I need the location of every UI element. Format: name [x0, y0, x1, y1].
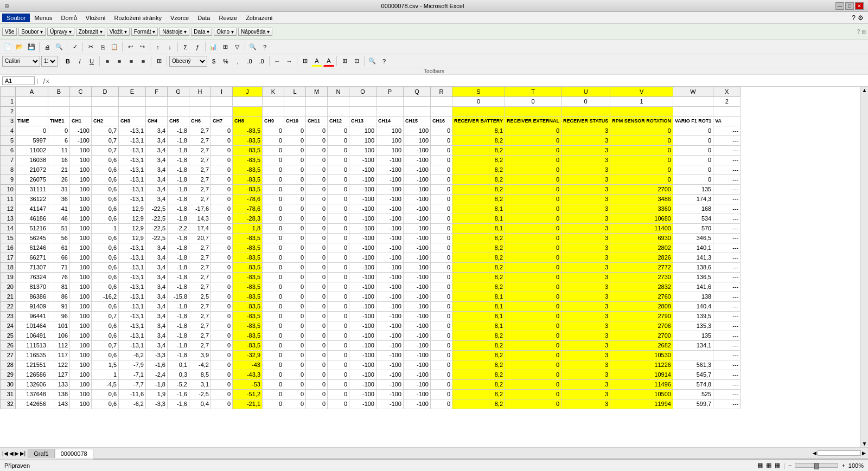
cell-r32-c15[interactable]: -100	[376, 399, 404, 409]
cell-r30-c11[interactable]: 0	[284, 380, 306, 390]
increase-decimal-button[interactable]: .0	[244, 56, 255, 67]
cell-r16-c2[interactable]: 100	[70, 243, 92, 253]
cell-r28-c15[interactable]: -100	[376, 360, 404, 370]
row-header-32[interactable]: 32	[1, 399, 16, 409]
cell-r15-c17[interactable]: 0	[431, 234, 452, 243]
cell-r15-c15[interactable]: -100	[376, 234, 404, 243]
cell-r8-c4[interactable]: -13,1	[119, 165, 146, 175]
cell-r15-c4[interactable]: 12,9	[119, 234, 146, 243]
cell-r28-c23[interactable]: ---	[713, 360, 741, 370]
cell-r20-c8[interactable]: 0	[211, 282, 233, 292]
col-header-C[interactable]: C	[70, 87, 92, 97]
cell-r18-c0[interactable]: 71307	[16, 263, 48, 273]
cell-r3-c18[interactable]: RECEIVER BATTERY	[452, 117, 505, 126]
cell-r16-c11[interactable]: 0	[284, 243, 306, 253]
cell-r25-c5[interactable]: 3,4	[146, 331, 168, 341]
cell-r27-c21[interactable]: 10530	[610, 351, 673, 360]
cell-r9-c11[interactable]: 0	[284, 175, 306, 185]
sort-desc-button[interactable]: ↓	[164, 42, 175, 53]
cell-r22-c4[interactable]: -13,1	[119, 302, 146, 312]
cell-r30-c16[interactable]: -100	[404, 380, 431, 390]
cell-r28-c19[interactable]: 0	[505, 360, 561, 370]
cell-r1-c23[interactable]: 2	[713, 97, 741, 107]
cell-r6-c10[interactable]: 0	[263, 146, 284, 156]
cell-r28-c16[interactable]: -100	[404, 360, 431, 370]
cell-r18-c2[interactable]: 100	[70, 263, 92, 273]
cell-r6-c2[interactable]: 100	[70, 146, 92, 156]
cell-r20-c22[interactable]: 141,6	[673, 282, 713, 292]
cell-r4-c2[interactable]: -100	[70, 126, 92, 136]
cell-r14-c11[interactable]: 0	[284, 224, 306, 234]
cell-r25-c20[interactable]: 3	[561, 331, 610, 341]
cell-r26-c22[interactable]: 134,1	[673, 341, 713, 351]
decrease-decimal-button[interactable]: .0	[256, 56, 267, 67]
cell-r29-c20[interactable]: 3	[561, 370, 610, 380]
cell-r8-c0[interactable]: 21072	[16, 165, 48, 175]
cell-r4-c4[interactable]: -13,1	[119, 126, 146, 136]
cell-r31-c4[interactable]: -11,6	[119, 390, 146, 399]
cell-r23-c0[interactable]: 96441	[16, 312, 48, 321]
cell-r14-c6[interactable]: -2,2	[168, 224, 189, 234]
cell-r14-c12[interactable]: 0	[306, 224, 328, 234]
cell-r9-c0[interactable]: 26075	[16, 175, 48, 185]
cell-r14-c21[interactable]: 11400	[610, 224, 673, 234]
cell-r10-c10[interactable]: 0	[263, 185, 284, 195]
cell-r24-c7[interactable]: 2,7	[189, 321, 211, 331]
cell-r2-c6[interactable]	[168, 107, 189, 117]
cell-r20-c14[interactable]: -100	[349, 282, 376, 292]
cell-r5-c20[interactable]: 3	[561, 136, 610, 146]
cell-r20-c19[interactable]: 0	[505, 282, 561, 292]
cell-r2-c15[interactable]	[376, 107, 404, 117]
cell-r21-c18[interactable]: 8,1	[452, 292, 505, 302]
cell-r10-c8[interactable]: 0	[211, 185, 233, 195]
cell-r31-c20[interactable]: 3	[561, 390, 610, 399]
cell-r19-c17[interactable]: 0	[431, 273, 452, 282]
cell-r17-c12[interactable]: 0	[306, 253, 328, 263]
cell-r31-c6[interactable]: -1,6	[168, 390, 189, 399]
col-header-Q[interactable]: Q	[404, 87, 431, 97]
cell-r13-c16[interactable]: -100	[404, 214, 431, 224]
cell-r6-c20[interactable]: 3	[561, 146, 610, 156]
underline-button[interactable]: U	[86, 56, 97, 67]
cell-r2-c7[interactable]	[189, 107, 211, 117]
row-header-9[interactable]: 9	[1, 175, 16, 185]
cell-r5-c7[interactable]: 2,7	[189, 136, 211, 146]
redo-button[interactable]: ↪	[137, 42, 148, 53]
cell-r26-c21[interactable]: 2682	[610, 341, 673, 351]
cell-r1-c16[interactable]	[404, 97, 431, 107]
cell-r9-c13[interactable]: 0	[328, 175, 349, 185]
cell-r4-c9[interactable]: -83,5	[233, 126, 263, 136]
cell-r26-c5[interactable]: 3,4	[146, 341, 168, 351]
help2-button[interactable]: ?	[259, 42, 270, 53]
cell-r23-c11[interactable]: 0	[284, 312, 306, 321]
cell-r8-c20[interactable]: 3	[561, 165, 610, 175]
cell-r23-c2[interactable]: 100	[70, 312, 92, 321]
cell-r8-c9[interactable]: -83,5	[233, 165, 263, 175]
cell-r16-c5[interactable]: 3,4	[146, 243, 168, 253]
menu-menus[interactable]: Menus	[30, 14, 56, 22]
cell-r25-c7[interactable]: 2,7	[189, 331, 211, 341]
cell-r2-c4[interactable]	[119, 107, 146, 117]
cell-r30-c21[interactable]: 11496	[610, 380, 673, 390]
cell-r32-c4[interactable]: -6,2	[119, 399, 146, 409]
cell-r9-c3[interactable]: 0,6	[92, 175, 119, 185]
cell-r27-c19[interactable]: 0	[505, 351, 561, 360]
cell-r28-c1[interactable]: 122	[48, 360, 70, 370]
cell-r23-c15[interactable]: -100	[376, 312, 404, 321]
cell-r11-c17[interactable]: 0	[431, 195, 452, 204]
cell-r8-c3[interactable]: 0,6	[92, 165, 119, 175]
cell-r25-c19[interactable]: 0	[505, 331, 561, 341]
cell-r8-c5[interactable]: 3,4	[146, 165, 168, 175]
cell-r2-c9[interactable]	[233, 107, 263, 117]
cell-r3-c14[interactable]: CH13	[349, 117, 376, 126]
cell-r21-c5[interactable]: 3,4	[146, 292, 168, 302]
cell-r16-c7[interactable]: 2,7	[189, 243, 211, 253]
cell-r13-c10[interactable]: 0	[263, 214, 284, 224]
cell-r8-c23[interactable]: ---	[713, 165, 741, 175]
cell-r1-c13[interactable]	[328, 97, 349, 107]
cell-r20-c16[interactable]: -100	[404, 282, 431, 292]
sort-asc-button[interactable]: ↑	[152, 42, 163, 53]
cell-r30-c18[interactable]: 8,2	[452, 380, 505, 390]
cell-r7-c21[interactable]: 0	[610, 156, 673, 165]
cell-r22-c7[interactable]: 2,7	[189, 302, 211, 312]
